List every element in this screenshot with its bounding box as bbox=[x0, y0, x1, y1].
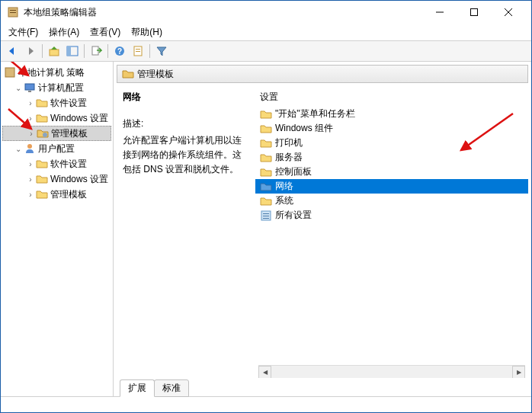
window: 本地组策略编辑器 文件(F) 操作(A) 查看(V) 帮助(H) ? bbox=[0, 0, 532, 413]
tree-label: 管理模板 bbox=[51, 127, 88, 140]
details-column: 网络 描述: 允许配置客户端计算机用以连接到网络的操作系统组件。这包括 DNS … bbox=[117, 83, 255, 378]
svg-rect-15 bbox=[136, 51, 140, 52]
tree-admin-templates[interactable]: › 管理模板 bbox=[2, 187, 111, 202]
expand-icon[interactable]: ⌄ bbox=[13, 143, 24, 154]
computer-icon bbox=[24, 82, 36, 94]
folder-icon bbox=[260, 181, 272, 193]
tree-label: 用户配置 bbox=[38, 142, 75, 155]
svg-rect-18 bbox=[5, 68, 14, 77]
maximize-button[interactable] bbox=[457, 2, 491, 23]
minimize-button[interactable] bbox=[422, 2, 457, 23]
content-header-title: 管理模板 bbox=[137, 68, 174, 81]
selected-item-title: 网络 bbox=[123, 91, 249, 104]
expand-icon[interactable]: › bbox=[26, 128, 37, 139]
svg-point-21 bbox=[43, 133, 47, 137]
toolbar-separator bbox=[107, 44, 108, 58]
tree-windows-settings[interactable]: › Windows 设置 bbox=[2, 171, 111, 187]
folder-icon bbox=[36, 188, 48, 200]
user-icon bbox=[24, 142, 36, 155]
item-label: 控制面板 bbox=[275, 165, 312, 178]
item-label: 网络 bbox=[275, 180, 293, 193]
menubar: 文件(F) 操作(A) 查看(V) 帮助(H) bbox=[1, 24, 531, 40]
folder-icon bbox=[260, 195, 272, 207]
tree-label: Windows 设置 bbox=[50, 173, 108, 186]
item-label: "开始"菜单和任务栏 bbox=[275, 107, 355, 120]
tree-computer-config[interactable]: ⌄ 计算机配置 bbox=[2, 80, 111, 95]
expand-icon[interactable]: › bbox=[25, 113, 36, 123]
properties-button[interactable] bbox=[130, 43, 146, 59]
content-body: 网络 描述: 允许配置客户端计算机用以连接到网络的操作系统组件。这包括 DNS … bbox=[117, 83, 528, 378]
window-title: 本地组策略编辑器 bbox=[24, 6, 422, 19]
window-controls bbox=[422, 2, 525, 23]
expand-icon[interactable]: ⌄ bbox=[13, 82, 24, 93]
settings-item[interactable]: 控制面板 bbox=[255, 165, 528, 179]
folder-icon bbox=[37, 127, 49, 139]
settings-item[interactable]: 系统 bbox=[255, 194, 528, 208]
toolbar-separator bbox=[84, 44, 85, 58]
settings-column-header[interactable]: 设置 bbox=[255, 91, 528, 104]
tree-label: 软件设置 bbox=[50, 158, 87, 171]
tree-panel[interactable]: 本地计算机 策略 ⌄ 计算机配置 › 软件设置 › Windows 设置 › 管… bbox=[1, 62, 114, 396]
svg-rect-7 bbox=[50, 50, 59, 56]
item-label: 系统 bbox=[275, 194, 293, 207]
show-hide-tree-button[interactable] bbox=[64, 43, 81, 59]
description-text: 允许配置客户端计算机用以连接到网络的操作系统组件。这包括 DNS 设置和脱机文件… bbox=[123, 133, 249, 178]
svg-rect-14 bbox=[136, 49, 140, 50]
tree-user-config[interactable]: ⌄ 用户配置 bbox=[2, 141, 111, 156]
expand-icon[interactable]: › bbox=[25, 174, 36, 184]
settings-item[interactable]: "开始"菜单和任务栏 bbox=[255, 107, 528, 121]
settings-item[interactable]: 所有设置 bbox=[255, 208, 528, 223]
filter-button[interactable] bbox=[153, 43, 170, 59]
expand-icon[interactable]: › bbox=[25, 98, 36, 108]
tab-extended[interactable]: 扩展 bbox=[120, 379, 155, 397]
tree-label: 管理模板 bbox=[50, 188, 87, 201]
tree-software-settings[interactable]: › 软件设置 bbox=[2, 95, 111, 110]
folder-icon bbox=[122, 68, 134, 80]
tree-label: 本地计算机 策略 bbox=[18, 66, 85, 79]
svg-rect-20 bbox=[28, 91, 31, 92]
scroll-left-button[interactable]: ◀ bbox=[258, 366, 271, 379]
close-button[interactable] bbox=[491, 2, 525, 23]
svg-point-22 bbox=[27, 144, 32, 149]
forward-button[interactable] bbox=[22, 43, 39, 59]
content-panel: 管理模板 网络 描述: 允许配置客户端计算机用以连接到网络的操作系统组件。这包括… bbox=[114, 62, 531, 396]
tree-label: 软件设置 bbox=[50, 97, 87, 110]
svg-rect-9 bbox=[67, 46, 71, 56]
help-button[interactable]: ? bbox=[111, 43, 128, 59]
export-button[interactable] bbox=[88, 43, 104, 59]
expand-icon[interactable]: › bbox=[25, 189, 36, 200]
description-label: 描述: bbox=[123, 117, 249, 130]
folder-icon bbox=[260, 108, 272, 120]
menu-file[interactable]: 文件(F) bbox=[4, 24, 43, 40]
app-icon bbox=[7, 6, 19, 18]
svg-rect-1 bbox=[10, 10, 16, 11]
settings-item[interactable]: 服务器 bbox=[255, 150, 528, 165]
tree-software-settings[interactable]: › 软件设置 bbox=[2, 156, 111, 171]
settings-column: 设置 "开始"菜单和任务栏Windows 组件打印机服务器控制面板网络系统所有设… bbox=[255, 83, 528, 378]
expand-icon[interactable]: › bbox=[25, 158, 36, 169]
tab-standard[interactable]: 标准 bbox=[154, 379, 189, 397]
tree-admin-templates[interactable]: › 管理模板 bbox=[2, 126, 111, 141]
menu-view[interactable]: 查看(V) bbox=[85, 24, 125, 40]
settings-item[interactable]: 网络 bbox=[255, 179, 528, 194]
svg-rect-4 bbox=[470, 9, 477, 16]
scroll-track[interactable] bbox=[271, 366, 512, 379]
folder-icon bbox=[36, 97, 48, 109]
back-button[interactable] bbox=[4, 43, 21, 59]
tree-label: Windows 设置 bbox=[50, 112, 108, 125]
settings-item[interactable]: 打印机 bbox=[255, 136, 528, 150]
up-button[interactable] bbox=[46, 43, 62, 59]
svg-rect-19 bbox=[25, 84, 34, 90]
settings-item[interactable]: Windows 组件 bbox=[255, 121, 528, 136]
titlebar: 本地组策略编辑器 bbox=[1, 1, 531, 24]
settings-list[interactable]: "开始"菜单和任务栏Windows 组件打印机服务器控制面板网络系统所有设置 bbox=[255, 107, 528, 365]
tree-windows-settings[interactable]: › Windows 设置 bbox=[2, 110, 111, 126]
menu-action[interactable]: 操作(A) bbox=[44, 24, 84, 40]
tree-root[interactable]: 本地计算机 策略 bbox=[2, 65, 111, 80]
scroll-right-button[interactable]: ▶ bbox=[512, 366, 525, 379]
horizontal-scrollbar[interactable]: ◀ ▶ bbox=[258, 365, 525, 378]
svg-rect-26 bbox=[263, 216, 269, 216]
item-label: 打印机 bbox=[275, 136, 303, 149]
toolbar-separator bbox=[42, 44, 43, 58]
menu-help[interactable]: 帮助(H) bbox=[127, 24, 167, 40]
